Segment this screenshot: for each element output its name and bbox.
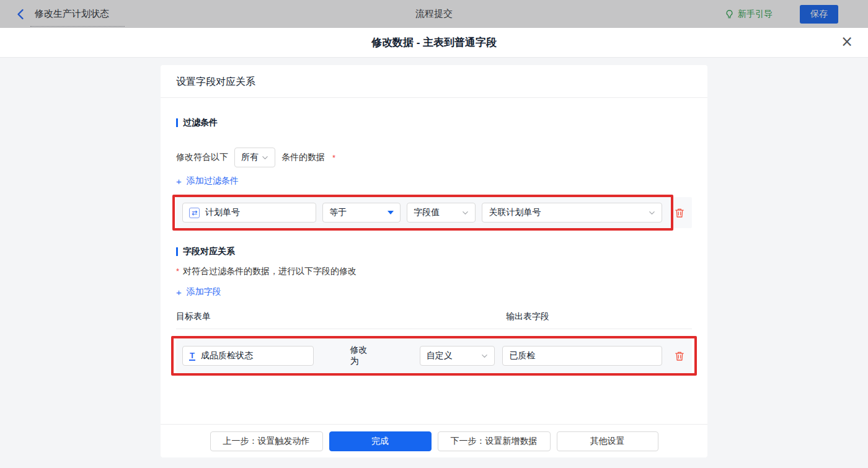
plus-icon: + [176, 176, 182, 187]
filter-operator-select[interactable]: 等于 [322, 203, 401, 223]
modal-body: 设置字段对应关系 过滤条件 修改符合以下 所有 条件的数据 * + [0, 58, 868, 468]
chevron-down-icon [481, 353, 488, 360]
chevron-down-icon [649, 210, 655, 216]
newbie-guide-link[interactable]: 新手引导 [725, 9, 773, 20]
newbie-guide-label: 新手引导 [738, 9, 773, 20]
triangle-down-icon [388, 211, 394, 214]
mapping-section-title: 字段对应关系 [176, 246, 692, 257]
filter-condition-row: ⇄ 计划单号 等于 字段值 关联计划单号 [176, 197, 692, 228]
trash-icon [675, 208, 684, 218]
chevron-down-icon [462, 210, 469, 216]
field-mapping-card: 设置字段对应关系 过滤条件 修改符合以下 所有 条件的数据 * + [161, 65, 707, 457]
prev-step-button[interactable]: 上一步：设置触发动作 [210, 431, 323, 451]
match-prefix-label: 修改符合以下 [176, 152, 228, 163]
title-dotted-underline [30, 26, 125, 27]
filter-operator-value: 等于 [329, 207, 347, 218]
match-mode-value: 所有 [241, 152, 259, 163]
filter-section-title: 过滤条件 [176, 117, 692, 128]
serial-number-field-icon: ⇄ [189, 208, 200, 218]
mapping-column-headers: 目标表单 输出表字段 [176, 311, 692, 329]
filter-section-label: 过滤条件 [183, 117, 218, 128]
match-suffix-label: 条件的数据 [281, 152, 325, 163]
filter-value-type-value: 字段值 [414, 207, 440, 218]
card-body: 过滤条件 修改符合以下 所有 条件的数据 * + 添加过滤条件 [161, 98, 707, 424]
filter-value-value: 关联计划单号 [489, 207, 541, 218]
add-filter-condition-label: 添加过滤条件 [187, 175, 239, 187]
add-field-label: 添加字段 [187, 286, 221, 298]
modify-to-label: 修改为 [350, 345, 375, 367]
topbar-right-group: 新手引导 保存 [725, 5, 838, 24]
section-accent-bar [176, 247, 178, 256]
filter-value-select[interactable]: 关联计划单号 [482, 203, 662, 223]
section-accent-bar [176, 118, 178, 127]
modal-title: 修改数据 - 主表到普通字段 [371, 35, 497, 50]
required-asterisk: * [176, 267, 179, 276]
delete-filter-row-button[interactable] [673, 206, 686, 219]
lightbulb-icon [725, 9, 734, 19]
filter-field-value: 计划单号 [205, 207, 240, 218]
close-icon[interactable]: × [841, 34, 853, 49]
output-field-column-header: 输出表字段 [506, 311, 549, 322]
save-button[interactable]: 保存 [800, 5, 838, 24]
trash-icon [675, 351, 684, 361]
mapping-field-value: 成品质检状态 [201, 350, 253, 361]
mapping-description: * 对符合过滤条件的数据，进行以下字段的修改 [176, 266, 692, 277]
mapping-description-text: 对符合过滤条件的数据，进行以下字段的修改 [183, 266, 356, 277]
filter-value-type-select[interactable]: 字段值 [407, 203, 476, 223]
next-step-button[interactable]: 下一步：设置新增数据 [438, 431, 551, 451]
target-form-column-header: 目标表单 [176, 311, 506, 322]
mapping-value-type-value: 自定义 [427, 350, 453, 361]
modal-header: 修改数据 - 主表到普通字段 × [0, 28, 868, 58]
card-footer: 上一步：设置触发动作 完成 下一步：设置新增数据 其他设置 [161, 424, 707, 457]
delete-mapping-row-button[interactable] [673, 350, 686, 363]
mapping-value-text: 已质检 [509, 350, 535, 361]
done-button[interactable]: 完成 [329, 431, 432, 451]
filter-field-input[interactable]: ⇄ 计划单号 [182, 203, 316, 223]
mapping-section-label: 字段对应关系 [183, 246, 235, 257]
mapping-value-input[interactable]: 已质检 [502, 346, 662, 366]
mapping-row: T 成品质检状态 修改为 自定义 已质检 [176, 338, 692, 373]
required-asterisk: * [332, 153, 335, 162]
topbar: 修改生产计划状态 流程提交 新手引导 保存 [0, 0, 868, 28]
chevron-down-icon [262, 154, 268, 161]
match-mode-select[interactable]: 所有 [234, 148, 275, 167]
add-field-link[interactable]: + 添加字段 [176, 286, 221, 298]
add-filter-condition-link[interactable]: + 添加过滤条件 [176, 175, 239, 187]
mapping-field-input[interactable]: T 成品质检状态 [182, 346, 314, 366]
card-header-title: 设置字段对应关系 [161, 65, 707, 98]
mapping-value-type-select[interactable]: 自定义 [420, 346, 495, 366]
filter-match-row: 修改符合以下 所有 条件的数据 * [176, 148, 692, 167]
plus-icon: + [176, 287, 182, 298]
text-field-icon: T [189, 351, 195, 361]
other-settings-button[interactable]: 其他设置 [557, 431, 658, 451]
